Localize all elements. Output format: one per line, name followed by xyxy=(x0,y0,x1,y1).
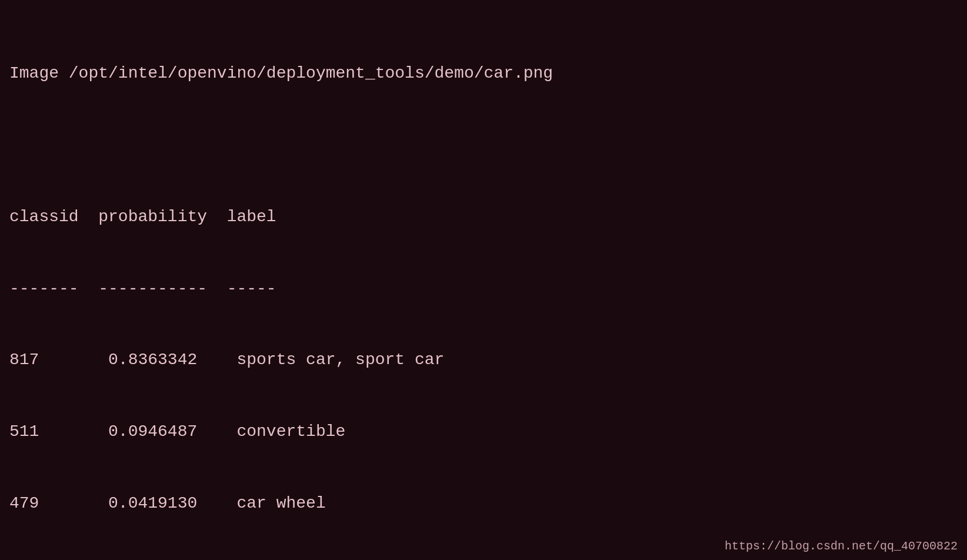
header-line: classid probability label xyxy=(9,205,958,229)
separator-line: ------- ----------- ----- xyxy=(9,277,958,301)
data-row-2: 511 0.0946487 convertible xyxy=(9,420,958,444)
terminal-output: Image /opt/intel/openvino/deployment_too… xyxy=(0,0,967,560)
data-row-3: 479 0.0419130 car wheel xyxy=(9,492,958,516)
blank-line-1 xyxy=(9,134,958,158)
image-path-line: Image /opt/intel/openvino/deployment_too… xyxy=(9,62,958,86)
url-watermark: https://blog.csdn.net/qq_40700822 xyxy=(725,539,958,553)
data-row-1: 817 0.8363342 sports car, sport car xyxy=(9,348,958,372)
